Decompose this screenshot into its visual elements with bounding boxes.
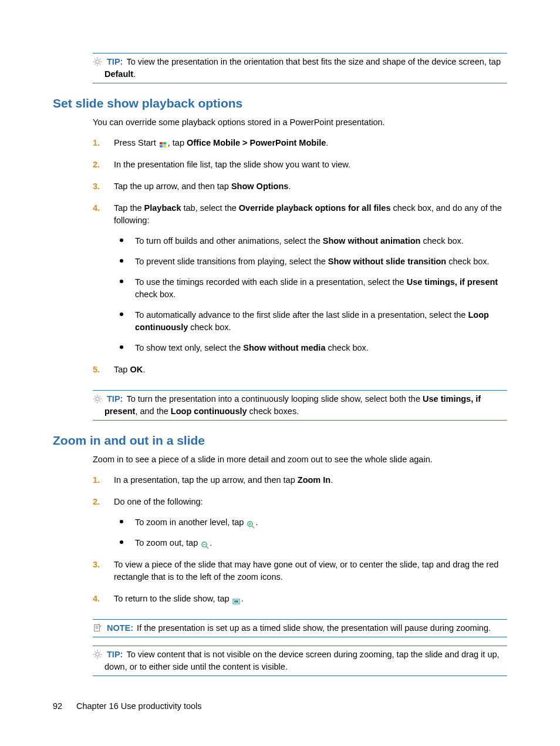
step: Do one of the following: To zoom in anot… — [93, 496, 507, 559]
zoom-options-list: To zoom in another level, tap . To zoom … — [114, 516, 507, 549]
list-item: To show text only, select the Show witho… — [114, 342, 507, 354]
svg-line-41 — [100, 657, 101, 658]
svg-line-43 — [100, 651, 101, 653]
svg-line-20 — [95, 401, 96, 402]
page-number: 92 — [53, 701, 76, 711]
step: To view a piece of the slide that may ha… — [93, 559, 507, 593]
list-item: To use the timings recorded with each sl… — [114, 276, 507, 309]
note-text: If the presentation is set up as a timed… — [137, 623, 491, 633]
playback-options-list: To turn off builds and other animations,… — [114, 235, 507, 354]
tip-bold: Default — [104, 69, 133, 79]
svg-line-18 — [95, 396, 96, 397]
svg-line-27 — [206, 546, 208, 549]
svg-line-21 — [100, 396, 101, 397]
section-intro: You can override some playback options s… — [93, 116, 507, 129]
document-page: TIP:To view the presentation in the orie… — [0, 0, 560, 746]
zoom-in-icon — [247, 520, 255, 527]
svg-line-6 — [100, 64, 101, 65]
note-callout: NOTE:If the presentation is set up as a … — [93, 619, 507, 637]
tip-label: TIP: — [107, 57, 126, 66]
start-flag-icon — [159, 140, 167, 147]
section-heading-playback: Set slide show playback options — [53, 96, 507, 110]
svg-line-7 — [95, 64, 96, 65]
tip-label: TIP: — [107, 394, 126, 404]
note-icon — [93, 623, 102, 633]
svg-point-13 — [96, 397, 99, 401]
step: Tap the up arrow, and then tap Show Opti… — [93, 180, 507, 202]
tip-label: TIP: — [107, 650, 126, 659]
svg-point-35 — [96, 653, 99, 656]
svg-rect-30 — [234, 600, 238, 603]
list-item: To prevent slide transitions from playin… — [114, 256, 507, 276]
step: To return to the slide show, tap . — [93, 593, 507, 611]
svg-rect-12 — [163, 145, 166, 147]
tip-callout: TIP:To view content that is not visible … — [93, 646, 507, 676]
svg-line-23 — [252, 526, 254, 528]
svg-line-19 — [100, 401, 101, 402]
step: Tap the Playback tab, select the Overrid… — [93, 202, 507, 364]
tip-text: To view content that is not visible on t… — [104, 650, 500, 671]
section-intro: Zoom in to see a piece of a slide in mor… — [93, 453, 507, 466]
tip-icon — [93, 394, 102, 404]
page-footer: 92Chapter 16 Use productivity tools — [53, 701, 202, 711]
step: Press Start , tap Office Mobile > PowerP… — [93, 137, 507, 159]
svg-rect-9 — [160, 142, 163, 145]
zoom-out-icon — [201, 540, 209, 547]
section-heading-zoom: Zoom in and out in a slide — [53, 434, 507, 448]
list-item: To zoom in another level, tap . — [114, 516, 507, 537]
svg-line-40 — [95, 651, 96, 653]
tip-text: To view the presentation in the orientat… — [126, 57, 501, 66]
svg-point-0 — [96, 60, 99, 63]
svg-line-8 — [100, 59, 101, 60]
svg-line-42 — [95, 657, 96, 658]
svg-rect-11 — [160, 145, 163, 147]
step: In the presentation file list, tap the s… — [93, 159, 507, 180]
svg-line-5 — [95, 59, 96, 60]
playback-steps: Press Start , tap Office Mobile > PowerP… — [93, 137, 507, 382]
step: Tap OK. — [93, 364, 507, 382]
tip-callout: TIP:To view the presentation in the orie… — [93, 53, 507, 83]
list-item: To automatically advance to the first sl… — [114, 309, 507, 342]
step: In a presentation, tap the up arrow, and… — [93, 474, 507, 496]
list-item: To zoom out, tap . — [114, 537, 507, 549]
slideshow-return-icon — [232, 596, 241, 603]
tip-icon — [93, 57, 102, 66]
note-label: NOTE: — [107, 623, 137, 633]
zoom-steps: In a presentation, tap the up arrow, and… — [93, 474, 507, 611]
list-item: To turn off builds and other animations,… — [114, 235, 507, 256]
tip-icon — [93, 650, 102, 659]
chapter-label: Chapter 16 Use productivity tools — [76, 701, 202, 711]
tip-callout: TIP:To turn the presentation into a cont… — [93, 390, 507, 421]
svg-rect-31 — [95, 625, 100, 631]
svg-rect-10 — [163, 142, 166, 145]
